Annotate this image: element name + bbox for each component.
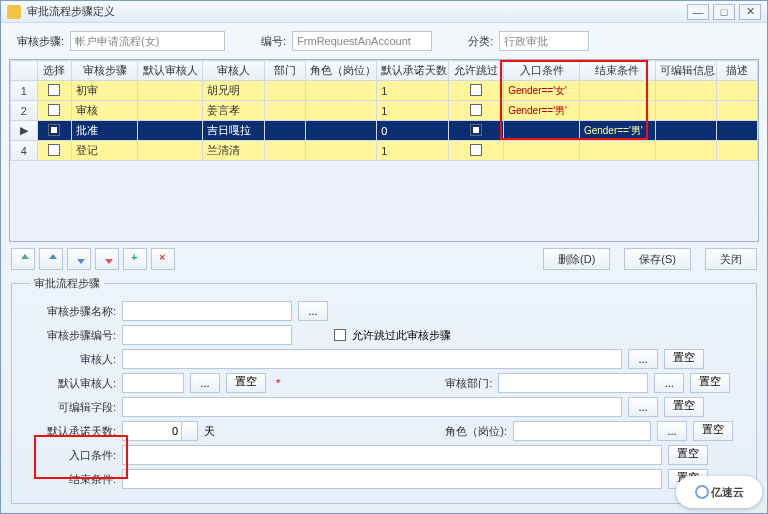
editable-lookup-button[interactable]: ... [628,397,658,417]
role-label: 角色（岗位): [427,424,507,439]
reviewer-lookup-button[interactable]: ... [628,349,658,369]
promise-input[interactable] [122,421,182,441]
filter-class-input[interactable] [499,31,589,51]
filter-class-label: 分类: [468,34,493,49]
name-label: 审核步骤名称: [30,304,116,319]
table-row[interactable]: 4登记兰清清1 [11,141,758,161]
grid-header-row: 选择 审核步骤 默认审核人 审核人 部门 角色（岗位） 默认承诺天数 允许跳过 … [11,61,758,81]
exit-label: 结束条件: [30,472,116,487]
grid-table[interactable]: 选择 审核步骤 默认审核人 审核人 部门 角色（岗位） 默认承诺天数 允许跳过 … [10,60,758,161]
skip-label: 允许跳过此审核步骤 [352,328,451,343]
defrev-input[interactable] [122,373,184,393]
filter-code-input[interactable] [292,31,432,51]
role-lookup-button[interactable]: ... [657,421,687,441]
toolbar: 删除(D) 保存(S) 关闭 [1,242,767,274]
grid: 选择 审核步骤 默认审核人 审核人 部门 角色（岗位） 默认承诺天数 允许跳过 … [9,59,759,242]
entry-clear-button[interactable]: 置空 [668,445,708,465]
close-window-button[interactable]: ✕ [739,4,761,20]
watermark-text: 亿速云 [711,485,744,500]
move-bottom-button[interactable] [95,248,119,270]
col-entry[interactable]: 入口条件 [504,61,580,81]
col-skip[interactable]: 允许跳过 [448,61,503,81]
name-input[interactable] [122,301,292,321]
col-rowhdr [11,61,38,81]
role-clear-button[interactable]: 置空 [693,421,733,441]
col-defrev[interactable]: 默认审核人 [137,61,202,81]
code-input[interactable] [122,325,292,345]
promise-unit: 天 [204,424,215,439]
col-days[interactable]: 默认承诺天数 [377,61,449,81]
cloud-icon [695,485,709,499]
entry-input[interactable] [122,445,662,465]
defrev-clear-button[interactable]: 置空 [226,373,266,393]
window: 审批流程步骤定义 — □ ✕ 审核步骤: 编号: 分类: 选择 审核步骤 默认审… [0,0,768,514]
col-rev[interactable]: 审核人 [203,61,264,81]
promise-updown[interactable] [182,421,198,441]
reviewer-label: 审核人: [30,352,116,367]
entry-label: 入口条件: [30,448,116,463]
filter-step-input[interactable] [70,31,225,51]
dept-input[interactable] [498,373,648,393]
dept-label: 审核部门: [432,376,492,391]
filter-row: 审核步骤: 编号: 分类: [1,23,767,59]
table-row[interactable]: 1初审胡兄明1Gender=='女' [11,81,758,101]
dept-clear-button[interactable]: 置空 [690,373,730,393]
required-star: * [276,377,280,389]
col-dept[interactable]: 部门 [264,61,305,81]
delete-button[interactable]: 删除(D) [543,248,610,270]
add-step-button[interactable] [123,248,147,270]
save-button[interactable]: 保存(S) [624,248,691,270]
code-label: 审核步骤编号: [30,328,116,343]
move-down-button[interactable] [67,248,91,270]
minimize-button[interactable]: — [687,4,709,20]
promise-label: 默认承诺天数: [30,424,116,439]
exit-input[interactable] [122,469,662,489]
move-top-button[interactable] [11,248,35,270]
col-exit[interactable]: 结束条件 [579,61,655,81]
watermark: 亿速云 [676,476,762,508]
panel-legend: 审批流程步骤 [30,276,104,291]
editable-input[interactable] [122,397,622,417]
col-select[interactable]: 选择 [37,61,72,81]
move-up-button[interactable] [39,248,63,270]
reviewer-input[interactable] [122,349,622,369]
name-lookup-button[interactable]: ... [298,301,328,321]
defrev-label: 默认审核人: [30,376,116,391]
editable-clear-button[interactable]: 置空 [664,397,704,417]
table-row[interactable]: 2审核姜言孝1Gender=='男' [11,101,758,121]
maximize-button[interactable]: □ [713,4,735,20]
close-button[interactable]: 关闭 [705,248,757,270]
step-detail-panel: 审批流程步骤 审核步骤名称: ... 审核步骤编号: 允许跳过此审核步骤 审核人… [11,276,757,504]
defrev-lookup-button[interactable]: ... [190,373,220,393]
app-icon [7,5,21,19]
promise-spinner[interactable] [122,421,198,441]
editable-label: 可编辑字段: [30,400,116,415]
table-row[interactable]: ▶批准吉日嘎拉0Gender=='男' [11,121,758,141]
titlebar: 审批流程步骤定义 — □ ✕ [1,1,767,23]
window-title: 审批流程步骤定义 [27,4,683,19]
bottom-row: 添加到流程审核(A) 设置审核步骤... 设置可编 [1,510,767,514]
filter-step-label: 审核步骤: [17,34,64,49]
grid-empty-area [10,161,758,241]
col-step[interactable]: 审核步骤 [72,61,137,81]
col-edit[interactable]: 可编辑信息 [655,61,716,81]
reviewer-clear-button[interactable]: 置空 [664,349,704,369]
filter-code-label: 编号: [261,34,286,49]
col-desc[interactable]: 描述 [716,61,757,81]
col-role[interactable]: 角色（岗位） [305,61,377,81]
role-input[interactable] [513,421,651,441]
skip-checkbox[interactable] [334,329,346,341]
remove-step-button[interactable] [151,248,175,270]
dept-lookup-button[interactable]: ... [654,373,684,393]
